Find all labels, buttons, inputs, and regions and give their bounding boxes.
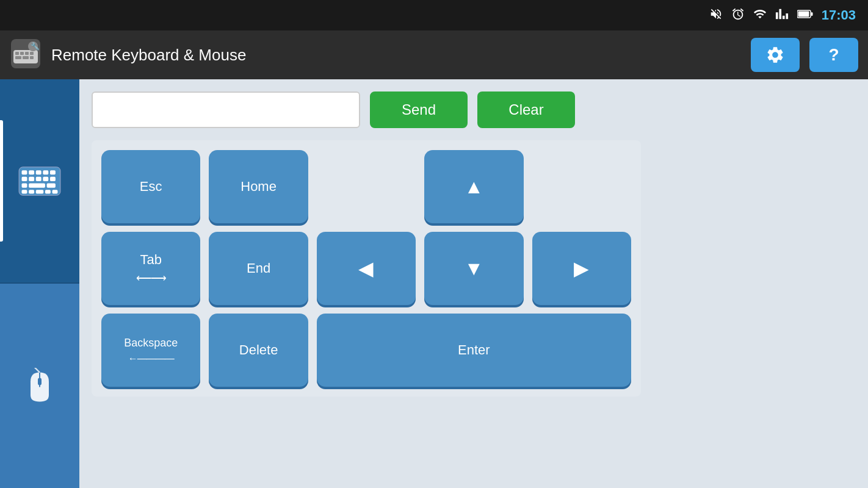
help-button[interactable]: ? (809, 38, 858, 72)
send-button[interactable]: Send (370, 92, 468, 128)
spacer2 (532, 150, 631, 223)
status-bar: 17:03 (0, 0, 868, 30)
enter-key[interactable]: Enter (317, 314, 631, 387)
alarm-icon (731, 7, 745, 24)
signal-icon (775, 7, 789, 24)
svg-rect-31 (45, 190, 51, 193)
left-key[interactable]: ◀ (317, 232, 416, 305)
input-row: Send Clear (92, 92, 856, 128)
right-arrow: ▶ (574, 259, 589, 278)
end-key[interactable]: End (209, 232, 308, 305)
svg-rect-5 (15, 52, 19, 55)
down-key[interactable]: ▼ (424, 232, 523, 305)
battery-icon (797, 7, 813, 24)
svg-text:🔧: 🔧 (31, 41, 40, 51)
delete-key[interactable]: Delete (209, 314, 308, 387)
keyboard-icon (18, 166, 62, 196)
svg-rect-17 (36, 170, 42, 174)
app-icon: 🔧 (10, 38, 42, 72)
svg-rect-20 (22, 176, 27, 181)
svg-rect-9 (15, 56, 21, 59)
svg-rect-25 (22, 183, 27, 187)
tab-arrows: ⟵⟶ (136, 271, 165, 285)
app-title: Remote Keyboard & Mouse (51, 46, 741, 65)
tab-label: Tab (140, 252, 161, 268)
svg-rect-22 (36, 176, 42, 181)
svg-rect-19 (50, 170, 56, 174)
content-area: Send Clear Esc Home ▲ Tab ⟵⟶ End (79, 79, 868, 488)
settings-button[interactable] (751, 38, 800, 72)
svg-rect-26 (29, 183, 45, 187)
right-key[interactable]: ▶ (532, 232, 631, 305)
svg-rect-23 (43, 176, 48, 181)
svg-rect-6 (20, 52, 24, 55)
mouse-icon (21, 368, 58, 404)
backspace-arrow: ←———— (128, 353, 174, 364)
tab-key[interactable]: Tab ⟵⟶ (101, 232, 200, 305)
svg-rect-7 (25, 52, 29, 55)
svg-rect-2 (811, 12, 812, 16)
enter-label: Enter (458, 342, 490, 358)
svg-rect-16 (29, 170, 34, 174)
sidebar-item-keyboard[interactable] (0, 79, 79, 284)
svg-rect-34 (38, 378, 42, 385)
svg-rect-24 (50, 176, 56, 181)
wifi-icon (753, 7, 767, 24)
esc-key[interactable]: Esc (101, 150, 200, 223)
main-layout: Send Clear Esc Home ▲ Tab ⟵⟶ End (0, 79, 868, 488)
end-label: End (247, 260, 270, 276)
svg-rect-28 (22, 190, 27, 193)
svg-rect-27 (47, 183, 56, 187)
svg-rect-10 (23, 56, 29, 59)
svg-rect-8 (30, 52, 34, 55)
status-time: 17:03 (822, 7, 856, 23)
sidebar (0, 79, 79, 488)
svg-rect-30 (36, 190, 44, 193)
svg-rect-21 (29, 176, 34, 181)
svg-rect-1 (798, 11, 809, 16)
sidebar-item-mouse[interactable] (0, 284, 79, 488)
keys-panel: Esc Home ▲ Tab ⟵⟶ End ◀ ▼ (92, 140, 641, 396)
clear-button[interactable]: Clear (477, 92, 575, 128)
backspace-key[interactable]: Backspace ←———— (101, 314, 200, 387)
esc-label: Esc (140, 179, 162, 195)
svg-rect-32 (52, 190, 58, 193)
down-arrow: ▼ (465, 259, 484, 278)
spacer1 (317, 150, 416, 223)
home-key[interactable]: Home (209, 150, 308, 223)
svg-rect-18 (43, 170, 48, 174)
backspace-label: Backspace (124, 337, 178, 350)
home-label: Home (241, 179, 277, 195)
left-arrow: ◀ (358, 259, 374, 278)
delete-label: Delete (239, 342, 278, 358)
up-arrow: ▲ (465, 177, 484, 196)
up-key[interactable]: ▲ (424, 150, 523, 223)
mute-icon (709, 7, 723, 24)
svg-rect-29 (29, 190, 34, 193)
svg-rect-11 (30, 56, 34, 59)
app-header: 🔧 Remote Keyboard & Mouse ? (0, 30, 868, 79)
svg-rect-15 (22, 170, 27, 174)
text-input[interactable] (92, 92, 360, 128)
active-indicator (0, 120, 3, 242)
